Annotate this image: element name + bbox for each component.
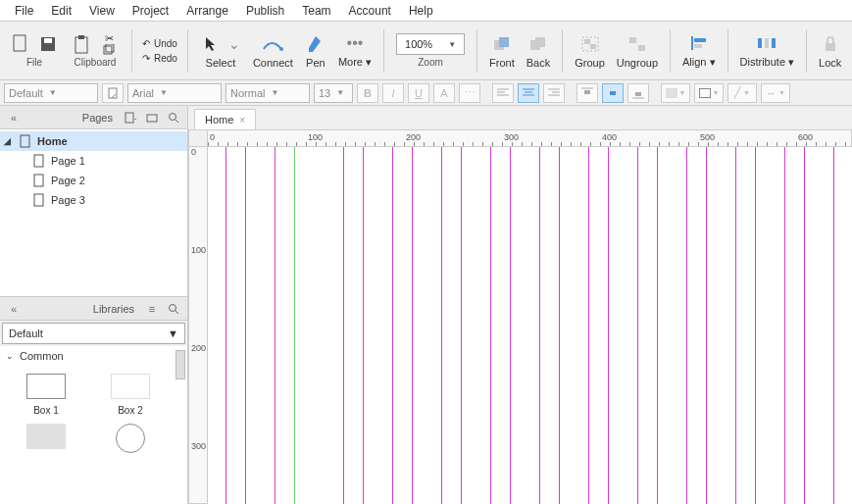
page-item[interactable]: Page 1 <box>0 151 187 171</box>
weight-select[interactable]: Normal▼ <box>226 83 310 103</box>
library-select[interactable]: Default▼ <box>2 323 185 344</box>
guide-line[interactable] <box>686 147 687 504</box>
shape-box2[interactable]: Box 2 <box>92 374 169 416</box>
new-file-icon[interactable] <box>10 33 31 55</box>
add-page-icon[interactable]: + <box>123 110 138 126</box>
arrows-button[interactable]: ↔▼ <box>761 83 790 103</box>
menu-project[interactable]: Project <box>124 1 177 21</box>
guide-line[interactable] <box>245 147 246 504</box>
search-icon[interactable] <box>166 301 181 317</box>
text-color-button[interactable]: A <box>433 83 455 103</box>
guide-line[interactable] <box>226 147 226 504</box>
copy-icon[interactable] <box>98 45 120 55</box>
shape-box1[interactable]: Box 1 <box>8 374 84 416</box>
undo-button[interactable]: ↶Undo <box>140 37 179 50</box>
guide-line[interactable] <box>539 147 540 504</box>
add-folder-icon[interactable] <box>144 110 160 126</box>
guide-line[interactable] <box>461 147 462 504</box>
save-icon[interactable] <box>37 33 59 55</box>
guide-line[interactable] <box>559 147 560 504</box>
align-left-button[interactable] <box>492 83 514 103</box>
guide-line[interactable] <box>275 147 276 504</box>
fill-color-button[interactable]: ▼ <box>661 83 690 103</box>
more-tool[interactable]: •••More ▾ <box>334 30 376 71</box>
valign-bottom-button[interactable] <box>627 83 649 103</box>
guide-line[interactable] <box>363 147 364 504</box>
italic-button[interactable]: I <box>382 83 404 103</box>
guide-line[interactable] <box>657 147 658 504</box>
font-select[interactable]: Arial▼ <box>127 83 222 103</box>
connect-tool[interactable]: Connect <box>249 31 297 71</box>
guide-line[interactable] <box>706 147 707 504</box>
group-button[interactable]: Group <box>571 31 609 71</box>
menu-team[interactable]: Team <box>293 1 339 21</box>
line-button[interactable]: ╱▼ <box>727 83 757 103</box>
menu-publish[interactable]: Publish <box>237 1 293 21</box>
page-item-home[interactable]: ◢ Home <box>0 131 187 151</box>
collapse-icon[interactable]: « <box>6 110 22 126</box>
ruler-horizontal[interactable]: 0100200300400500600 <box>208 129 852 147</box>
shape-rect-fill[interactable] <box>8 424 84 453</box>
page-item[interactable]: Page 2 <box>0 171 187 190</box>
guide-line[interactable] <box>294 147 295 504</box>
ruler-vertical[interactable]: 0100200300 <box>188 147 208 504</box>
menu-edit[interactable]: Edit <box>42 1 80 21</box>
canvas[interactable] <box>208 147 852 504</box>
guide-line[interactable] <box>833 147 834 504</box>
search-icon[interactable] <box>166 110 181 126</box>
tab-home[interactable]: Home× <box>194 109 256 129</box>
valign-middle-button[interactable] <box>602 83 624 103</box>
guide-line[interactable] <box>510 147 511 504</box>
ungroup-button[interactable]: Ungroup <box>613 31 662 71</box>
guide-line[interactable] <box>784 147 785 504</box>
expand-icon: ⌄ <box>6 351 14 361</box>
scrollbar[interactable] <box>175 350 185 379</box>
shape-circle[interactable] <box>92 424 169 453</box>
align-center-button[interactable] <box>518 83 539 103</box>
guide-line[interactable] <box>755 147 756 504</box>
menu-icon[interactable]: ≡ <box>144 301 160 317</box>
back-button[interactable]: Back <box>523 31 554 71</box>
guide-line[interactable] <box>490 147 491 504</box>
guide-line[interactable] <box>735 147 736 504</box>
guide-line[interactable] <box>343 147 344 504</box>
library-category[interactable]: ⌄Common <box>0 346 187 366</box>
paste-icon[interactable] <box>71 33 92 55</box>
page-item[interactable]: Page 3 <box>0 190 187 210</box>
select-dropdown-icon[interactable]: ⌄ <box>227 33 241 55</box>
select-tool[interactable]: ⌄ Select <box>196 31 245 71</box>
guide-line[interactable] <box>588 147 589 504</box>
stroke-color-button[interactable]: ▼ <box>694 83 724 103</box>
underline-button[interactable]: U <box>408 83 429 103</box>
cut-icon[interactable]: ✂ <box>98 33 120 43</box>
front-button[interactable]: Front <box>485 31 519 71</box>
guide-line[interactable] <box>412 147 413 504</box>
menu-arrange[interactable]: Arrange <box>177 1 237 21</box>
distribute-button[interactable]: Distribute ▾ <box>736 30 799 71</box>
lock-button[interactable]: Lock <box>815 31 845 71</box>
bold-button[interactable]: B <box>357 83 378 103</box>
close-icon[interactable]: × <box>239 115 245 126</box>
more-text-button[interactable]: ⋯ <box>459 83 480 103</box>
align-button[interactable]: Align ▾ <box>678 30 720 71</box>
size-select[interactable]: 13▼ <box>314 83 353 103</box>
libraries-header: « Libraries ≡ <box>0 297 187 321</box>
expand-icon[interactable]: ◢ <box>4 136 14 146</box>
collapse-icon[interactable]: « <box>6 301 22 317</box>
align-right-button[interactable] <box>543 83 565 103</box>
guide-line[interactable] <box>608 147 609 504</box>
edit-style-button[interactable] <box>102 83 124 103</box>
guide-line[interactable] <box>392 147 393 504</box>
guide-line[interactable] <box>637 147 638 504</box>
valign-top-button[interactable] <box>576 83 598 103</box>
guide-line[interactable] <box>804 147 805 504</box>
guide-line[interactable] <box>441 147 442 504</box>
menu-account[interactable]: Account <box>340 1 400 21</box>
redo-button[interactable]: ↷Redo <box>140 52 179 65</box>
menu-view[interactable]: View <box>80 1 124 21</box>
pen-tool[interactable]: Pen <box>301 31 330 71</box>
menu-file[interactable]: File <box>6 1 42 21</box>
menu-help[interactable]: Help <box>400 1 442 21</box>
style-select[interactable]: Default▼ <box>4 83 98 103</box>
zoom-select[interactable]: 100%▼ <box>396 33 465 55</box>
